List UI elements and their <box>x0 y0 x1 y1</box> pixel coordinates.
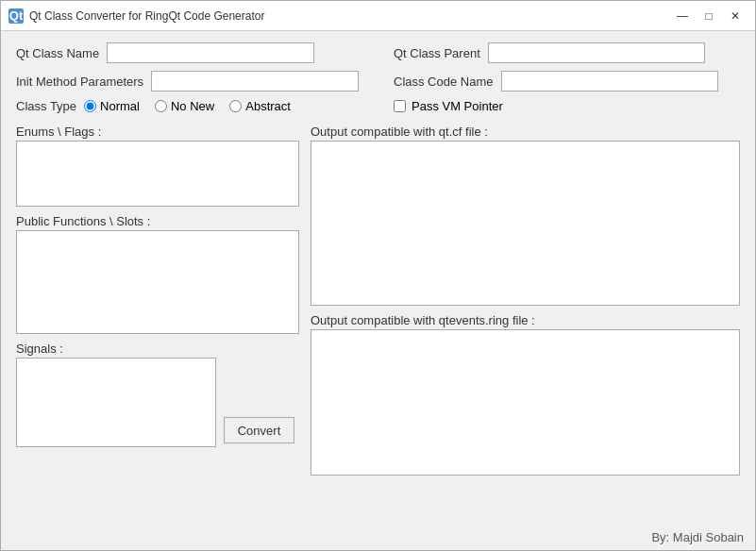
convert-button[interactable]: Convert <box>224 417 294 443</box>
class-name-label: Qt Class Name <box>16 46 99 60</box>
class-parent-label: Qt Class Parent <box>394 46 480 60</box>
init-method-label: Init Method Parameters <box>16 75 143 89</box>
signals-section: Signals : Convert <box>16 342 299 447</box>
pass-vm-checkbox[interactable] <box>394 100 406 112</box>
class-type-row-container: Class Type Normal No New Abstract <box>16 99 740 113</box>
enums-textarea[interactable] <box>16 141 299 207</box>
radio-normal[interactable] <box>84 100 96 112</box>
pass-vm-group: Pass VM Pointer <box>394 99 740 113</box>
class-parent-group: Qt Class Parent <box>394 42 740 63</box>
output-top-label: Output compatible with qt.cf file : <box>311 125 740 139</box>
pass-vm-label[interactable]: Pass VM Pointer <box>394 99 503 113</box>
footer-text: By: Majdi Sobain <box>651 530 744 544</box>
second-fields-row: Init Method Parameters Class Code Name <box>16 71 740 92</box>
minimize-button[interactable]: — <box>670 6 695 26</box>
functions-section: Public Functions \ Slots : <box>16 214 299 334</box>
output-bottom-textarea[interactable] <box>311 329 740 476</box>
output-top-textarea[interactable] <box>311 141 740 306</box>
main-panels: Enums \ Flags : Public Functions \ Slots… <box>16 125 740 515</box>
class-type-group: Class Type Normal No New Abstract <box>16 99 394 113</box>
main-window: Qt Qt Class Converter for RingQt Code Ge… <box>0 0 756 551</box>
radio-normal-label[interactable]: Normal <box>84 99 140 113</box>
class-name-group: Qt Class Name <box>16 42 394 63</box>
code-name-label: Class Code Name <box>394 75 494 89</box>
radio-nonew-text: No New <box>171 99 214 113</box>
class-type-label: Class Type <box>16 99 76 113</box>
right-panels: Output compatible with qt.cf file : Outp… <box>311 125 740 515</box>
app-icon: Qt <box>8 8 24 24</box>
class-name-input[interactable] <box>107 42 314 63</box>
enums-section: Enums \ Flags : <box>16 125 299 207</box>
window-controls: — □ ✕ <box>670 6 748 26</box>
title-bar-left: Qt Qt Class Converter for RingQt Code Ge… <box>8 8 264 24</box>
window-title: Qt Class Converter for RingQt Code Gener… <box>29 9 264 23</box>
enums-label: Enums \ Flags : <box>16 125 299 139</box>
functions-textarea[interactable] <box>16 230 299 334</box>
init-method-input[interactable] <box>151 71 359 92</box>
functions-label: Public Functions \ Slots : <box>16 214 299 228</box>
init-method-group: Init Method Parameters <box>16 71 394 92</box>
radio-group: Normal No New Abstract <box>84 99 291 113</box>
signals-bottom: Convert <box>16 358 299 447</box>
output-bottom-label: Output compatible with qtevents.ring fil… <box>311 313 740 327</box>
signals-area-wrap <box>16 358 216 447</box>
main-content: Qt Class Name Qt Class Parent Init Metho… <box>1 31 755 526</box>
convert-button-wrap: Convert <box>224 358 299 447</box>
top-fields-row: Qt Class Name Qt Class Parent <box>16 42 740 63</box>
maximize-button[interactable]: □ <box>697 6 721 26</box>
class-parent-input[interactable] <box>488 42 705 63</box>
output-bottom-section: Output compatible with qtevents.ring fil… <box>311 313 740 476</box>
radio-normal-text: Normal <box>100 99 140 113</box>
radio-abstract-text: Abstract <box>245 99 291 113</box>
signals-label: Signals : <box>16 342 299 356</box>
left-panels: Enums \ Flags : Public Functions \ Slots… <box>16 125 299 515</box>
radio-nonew[interactable] <box>155 100 167 112</box>
radio-abstract[interactable] <box>229 100 242 112</box>
title-bar: Qt Qt Class Converter for RingQt Code Ge… <box>1 1 755 31</box>
output-top-section: Output compatible with qt.cf file : <box>311 125 740 306</box>
close-button[interactable]: ✕ <box>723 6 748 26</box>
code-name-group: Class Code Name <box>394 71 740 92</box>
signals-textarea[interactable] <box>16 358 216 447</box>
footer: By: Majdi Sobain <box>1 526 755 550</box>
pass-vm-text: Pass VM Pointer <box>412 99 503 113</box>
radio-abstract-label[interactable]: Abstract <box>229 99 291 113</box>
code-name-input[interactable] <box>501 71 718 92</box>
radio-nonew-label[interactable]: No New <box>155 99 214 113</box>
